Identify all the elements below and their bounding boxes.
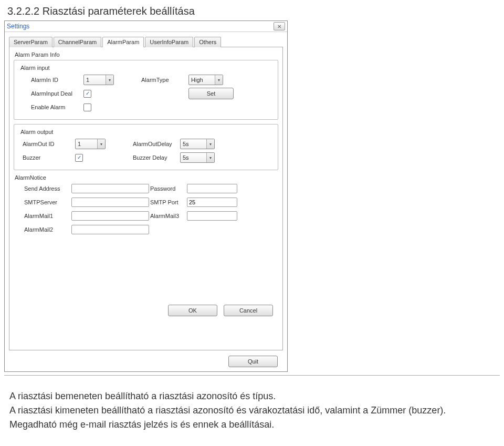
paragraph-3: Megadható még e-mail riasztás jelzés is … (9, 418, 482, 432)
separator (4, 375, 500, 376)
quit-row: Quit (9, 356, 283, 367)
alarmout-delay-combo[interactable]: 5s ▾ (180, 139, 215, 149)
alarmout-id-combo[interactable]: 1 ▾ (75, 139, 106, 149)
group-alarm-notice: AlarmNotice Send Address Password SMTPSe… (14, 174, 278, 235)
tab-content: Alarm Param Info Alarm input AlarmIn ID … (9, 47, 283, 350)
window-title: Settings (7, 23, 274, 30)
alarmtype-value: High (189, 77, 215, 83)
alarminput-deal-label: AlarmInput Deal (18, 90, 83, 97)
tab-userinfoparam[interactable]: UserInfoParam (145, 37, 193, 47)
send-address-label: Send Address (14, 185, 71, 192)
ok-cancel-row: OK Cancel (14, 305, 278, 316)
paragraph-1: A riasztási bemeneten beállítható a rias… (9, 389, 482, 403)
alarmout-id-value: 1 (76, 141, 97, 147)
smtp-server-label: SMTPServer (14, 199, 71, 205)
alarmtype-combo[interactable]: High ▾ (188, 75, 223, 85)
buzzer-delay-combo[interactable]: 5s ▾ (180, 152, 215, 163)
cancel-button[interactable]: Cancel (224, 305, 273, 316)
alarmin-id-value: 1 (84, 77, 106, 83)
send-address-input[interactable] (71, 184, 149, 193)
group-alarm-param-info: Alarm Param Info Alarm input AlarmIn ID … (14, 51, 278, 316)
tab-channelparam[interactable]: ChannelParam (54, 37, 101, 47)
ok-button[interactable]: OK (168, 305, 217, 316)
enable-alarm-checkbox[interactable] (83, 103, 91, 111)
chevron-down-icon: ▾ (206, 153, 214, 162)
password-label: Password (150, 185, 187, 192)
alarm-notice-title: AlarmNotice (14, 174, 278, 181)
group-alarm-input: Alarm input AlarmIn ID 1 ▾ AlarmType (14, 60, 278, 120)
buzzer-checkbox[interactable] (75, 154, 83, 162)
smtp-server-input[interactable] (71, 198, 149, 207)
chevron-down-icon: ▾ (206, 139, 214, 149)
paragraph-2: A riasztási kimeneten beállítható a rias… (9, 403, 482, 418)
alarm-mail1-label: AlarmMail1 (14, 213, 71, 219)
alarminput-deal-checkbox[interactable] (83, 90, 91, 98)
alarmout-delay-value: 5s (181, 141, 206, 147)
chevron-down-icon: ▾ (97, 139, 105, 149)
alarmtype-label: AlarmType (141, 77, 188, 83)
close-icon[interactable]: ✕ (274, 22, 285, 30)
tab-alarmparam[interactable]: AlarmParam (102, 37, 144, 47)
alarmout-delay-label: AlarmOutDelay (133, 141, 180, 147)
buzzer-delay-label: Buzzer Delay (133, 154, 180, 161)
chevron-down-icon: ▾ (106, 75, 113, 85)
alarmout-id-label: AlarmOut ID (18, 141, 75, 147)
smtp-port-input[interactable] (187, 198, 237, 207)
alarmin-id-label: AlarmIn ID (18, 77, 83, 83)
quit-button[interactable]: Quit (228, 356, 278, 367)
alarm-mail1-input[interactable] (71, 211, 149, 221)
set-button[interactable]: Set (188, 88, 234, 99)
enable-alarm-label: Enable Alarm (18, 104, 83, 110)
alarm-input-title: Alarm input (20, 65, 274, 71)
alarm-mail3-label: AlarmMail3 (150, 213, 187, 219)
body-text: A riasztási bemeneten beállítható a rias… (0, 383, 491, 432)
alarmin-id-combo[interactable]: 1 ▾ (83, 75, 114, 85)
alarm-mail3-input[interactable] (187, 211, 237, 221)
dialog-body: ServerParam ChannelParam AlarmParam User… (5, 32, 287, 371)
alarm-param-info-title: Alarm Param Info (14, 51, 278, 58)
tab-others[interactable]: Others (194, 37, 221, 47)
buzzer-delay-value: 5s (181, 154, 206, 161)
titlebar: Settings ✕ (5, 21, 287, 32)
smtp-port-label: SMTP Port (150, 199, 187, 205)
section-heading: 3.2.2.2 Riasztási paraméterek beállítása (0, 0, 504, 20)
group-alarm-output: Alarm output AlarmOut ID 1 ▾ AlarmOutDel… (14, 124, 278, 170)
alarm-mail2-label: AlarmMail2 (14, 226, 71, 233)
password-input[interactable] (187, 184, 237, 193)
tabbar: ServerParam ChannelParam AlarmParam User… (9, 36, 283, 47)
chevron-down-icon: ▾ (215, 75, 223, 85)
buzzer-label: Buzzer (18, 154, 75, 161)
tab-serverparam[interactable]: ServerParam (9, 37, 52, 47)
alarm-output-title: Alarm output (20, 129, 274, 135)
alarm-mail2-input[interactable] (71, 225, 149, 234)
settings-dialog: Settings ✕ ServerParam ChannelParam Alar… (4, 20, 288, 372)
